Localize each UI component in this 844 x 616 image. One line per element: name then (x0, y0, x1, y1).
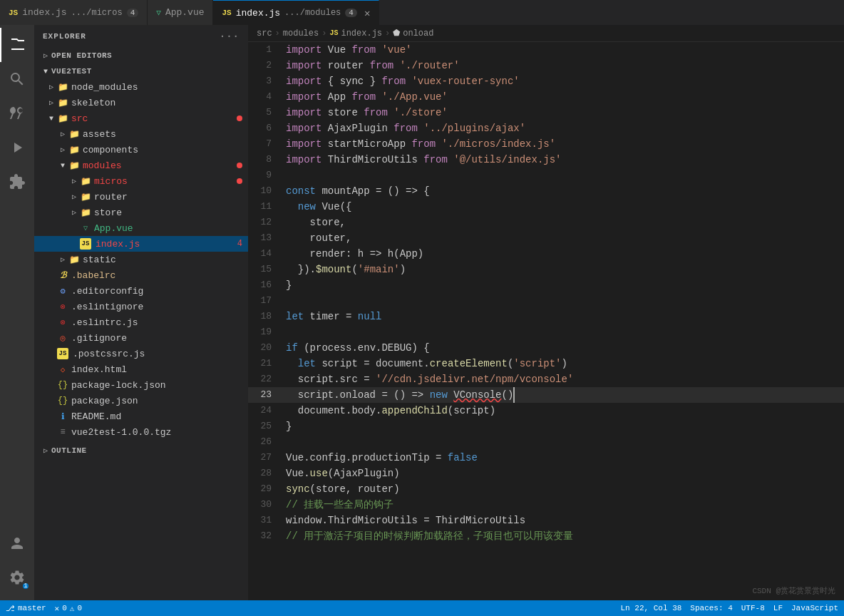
postcssrcjs-label: .postcssrc.js (73, 349, 248, 359)
components-item[interactable]: ▷ 📁 components (34, 142, 248, 158)
account-activity-item[interactable] (0, 526, 34, 560)
outline-section[interactable]: ▷ OUTLINE (34, 443, 248, 458)
line-content: let timer = null (280, 309, 844, 324)
activity-bar: 1 (0, 25, 34, 600)
line-number: 15 (248, 262, 280, 277)
skeleton-item[interactable]: ▷ 📁 skeleton (34, 95, 248, 111)
postcssrcjs-item[interactable]: ▷ JS .postcssrc.js (34, 346, 248, 361)
packagelockjson-item[interactable]: ▷ {} package-lock.json (34, 377, 248, 393)
code-line-29: 29 sync(store, router) (248, 481, 844, 497)
modules-item[interactable]: ▼ 📁 modules (34, 158, 248, 173)
code-line-13: 13 router, (248, 230, 844, 246)
explorer-activity-item[interactable] (0, 28, 34, 62)
folder-icon: 📁 (80, 191, 91, 202)
tgz-item[interactable]: ▷ ≡ vue2test-1.0.0.tgz (34, 424, 248, 440)
line-content: store, (280, 215, 844, 230)
git-icon: ⎇ (6, 604, 15, 613)
line-content: }).$mount('#main') (280, 262, 844, 277)
run-activity-item[interactable] (0, 130, 34, 165)
encoding-status[interactable]: UTF-8 (741, 604, 765, 612)
indexjs-item[interactable]: ▷ JS index.js 4 (34, 236, 248, 252)
folder-icon: 📁 (57, 81, 68, 93)
editorconfig-label: .editorconfig (71, 286, 248, 297)
line-content: render: h => h(App) (280, 246, 844, 262)
line-content: const mountApp = () => { (280, 183, 844, 199)
tab-path: .../micros (71, 8, 123, 18)
close-icon[interactable]: ✕ (364, 7, 370, 19)
indexhtml-item[interactable]: ▷ ◇ index.html (34, 361, 248, 377)
activity-bar-bottom: 1 (0, 526, 34, 600)
code-line-11: 11 new Vue({ (248, 199, 844, 215)
tab-index-js-modules[interactable]: JS index.js .../modules 4 ✕ (213, 0, 379, 25)
tab-app-vue[interactable]: ▽ App.vue (148, 0, 213, 25)
error-dot (237, 163, 242, 168)
settings-activity-item[interactable]: 1 (0, 560, 34, 595)
line-number: 3 (248, 73, 280, 89)
language-status[interactable]: JavaScript (791, 604, 838, 612)
errors-count: 0 (62, 604, 67, 612)
spaces-status[interactable]: Spaces: 4 (690, 604, 732, 612)
line-content: sync(store, router) (280, 481, 844, 497)
status-bar: ⎇ master ✕ 0 ⚠ 0 Ln 22, Col 38 Spaces: 4… (0, 600, 844, 616)
micros-item[interactable]: ▷ 📁 micros (34, 173, 248, 189)
tab-label: App.vue (165, 7, 205, 18)
cursor-position-status[interactable]: Ln 22, Col 38 (621, 604, 682, 612)
git-branch-status[interactable]: ⎇ master (6, 604, 46, 613)
babel-icon: ℬ (57, 270, 68, 281)
more-icon[interactable]: ··· (220, 31, 240, 42)
line-number: 4 (248, 89, 280, 105)
code-line-6: 6 import AjaxPlugin from '../plugins/aja… (248, 120, 844, 136)
editorconfig-item[interactable]: ▷ ⚙ .editorconfig (34, 283, 248, 299)
node-modules-label: node_modules (71, 82, 248, 93)
arrow-icon: ▷ (68, 177, 80, 185)
line-endings-status[interactable]: LF (773, 604, 783, 612)
static-item[interactable]: ▷ 📁 static (34, 252, 248, 267)
tab-label: index.js (22, 7, 66, 18)
breadcrumb-modules: modules (283, 29, 319, 38)
git-branch-label: master (18, 604, 46, 612)
extensions-activity-item[interactable] (0, 165, 34, 199)
eslintignore-item[interactable]: ▷ ⊗ .eslintignore (34, 299, 248, 314)
csdn-watermark: CSDN @赏花赏景赏时光 (752, 585, 835, 596)
components-label: components (83, 145, 248, 155)
search-activity-item[interactable] (0, 62, 34, 96)
line-content: script.onload = () => new VConsole() (280, 387, 844, 403)
eslintrcjs-item[interactable]: ▷ ⊗ .eslintrc.js (34, 314, 248, 330)
router-item[interactable]: ▷ 📁 router (34, 189, 248, 205)
breadcrumb: src › modules › JS index.js › ⬟ onload (248, 25, 844, 42)
readme-item[interactable]: ▷ ℹ README.md (34, 409, 248, 424)
run-icon (9, 139, 26, 156)
line-number: 29 (248, 481, 280, 497)
folder-icon: 📁 (57, 113, 68, 124)
appvue-label: App.vue (94, 223, 248, 234)
gitignore-item[interactable]: ▷ ◎ .gitignore (34, 330, 248, 346)
code-editor[interactable]: 1 import Vue from 'vue' 2 import router … (248, 42, 844, 600)
assets-item[interactable]: ▷ 📁 assets (34, 126, 248, 142)
vue-icon: ▽ (156, 8, 161, 17)
open-editors-section[interactable]: ▷ OPEN EDITORS (34, 48, 248, 63)
appvue-item[interactable]: ▷ ▽ App.vue (34, 220, 248, 236)
line-content: Vue.config.productionTip = false (280, 450, 844, 466)
babelrc-label: .babelrc (71, 270, 248, 281)
json-icon: {} (57, 379, 68, 391)
root-label: VUE2TEST (51, 67, 248, 76)
code-line-4: 4 import App from './App.vue' (248, 89, 844, 105)
root-folder[interactable]: ▼ VUE2TEST (34, 63, 248, 79)
errors-status[interactable]: ✕ 0 ⚠ 0 (55, 604, 82, 613)
source-control-activity-item[interactable] (0, 96, 34, 130)
line-number: 2 (248, 58, 280, 73)
store-item[interactable]: ▷ 📁 store (34, 205, 248, 220)
folder-icon: 📁 (80, 207, 91, 218)
sidebar: EXPLORER ··· ▷ OPEN EDITORS ▼ VUE2TEST ▷… (34, 25, 248, 600)
src-item[interactable]: ▼ 📁 src (34, 111, 248, 126)
code-line-3: 3 import { sync } from 'vuex-router-sync… (248, 73, 844, 89)
packagejson-item[interactable]: ▷ {} package.json (34, 393, 248, 409)
js-file-icon: JS (57, 348, 68, 359)
eslintrcjs-label: .eslintrc.js (71, 317, 248, 328)
tab-index-js-micros[interactable]: JS index.js .../micros 4 (0, 0, 148, 25)
line-number: 14 (248, 246, 280, 262)
node-modules-item[interactable]: ▷ 📁 node_modules (34, 79, 248, 95)
line-content: // 挂载一些全局的钩子 (280, 497, 844, 513)
babelrc-item[interactable]: ▷ ℬ .babelrc (34, 267, 248, 283)
account-icon (9, 535, 26, 552)
